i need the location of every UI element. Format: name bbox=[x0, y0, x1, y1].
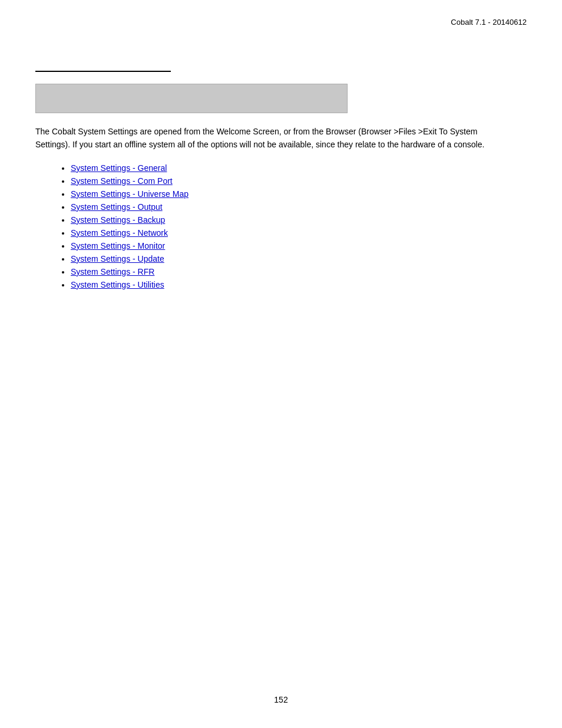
page-number: 152 bbox=[274, 695, 287, 704]
content-area: The Cobalt System Settings are opened fr… bbox=[35, 71, 527, 289]
list-item: System Settings - Monitor bbox=[71, 241, 527, 251]
list-item: System Settings - Com Port bbox=[71, 176, 527, 186]
settings-link-6[interactable]: System Settings - Monitor bbox=[71, 241, 165, 251]
settings-link-7[interactable]: System Settings - Update bbox=[71, 254, 164, 263]
settings-link-4[interactable]: System Settings - Backup bbox=[71, 215, 165, 225]
list-item: System Settings - RFR bbox=[71, 267, 527, 276]
settings-link-0[interactable]: System Settings - General bbox=[71, 163, 167, 173]
title-underline bbox=[35, 71, 171, 72]
settings-link-5[interactable]: System Settings - Network bbox=[71, 228, 168, 238]
list-item: System Settings - Universe Map bbox=[71, 189, 527, 199]
list-item: System Settings - Output bbox=[71, 202, 527, 212]
page-container: Cobalt 7.1 - 20140612 The Cobalt System … bbox=[0, 0, 562, 728]
banner-box bbox=[35, 84, 348, 113]
settings-link-1[interactable]: System Settings - Com Port bbox=[71, 176, 173, 186]
settings-link-3[interactable]: System Settings - Output bbox=[71, 202, 163, 212]
list-item: System Settings - Network bbox=[71, 228, 527, 238]
list-item: System Settings - General bbox=[71, 163, 527, 173]
list-item: System Settings - Utilities bbox=[71, 280, 527, 289]
settings-link-9[interactable]: System Settings - Utilities bbox=[71, 280, 164, 289]
settings-link-8[interactable]: System Settings - RFR bbox=[71, 267, 154, 276]
links-list: System Settings - GeneralSystem Settings… bbox=[35, 163, 527, 289]
list-item: System Settings - Update bbox=[71, 254, 527, 263]
settings-link-2[interactable]: System Settings - Universe Map bbox=[71, 189, 189, 199]
list-item: System Settings - Backup bbox=[71, 215, 527, 225]
version-text: Cobalt 7.1 - 20140612 bbox=[451, 18, 527, 27]
description-text: The Cobalt System Settings are opened fr… bbox=[35, 125, 495, 151]
